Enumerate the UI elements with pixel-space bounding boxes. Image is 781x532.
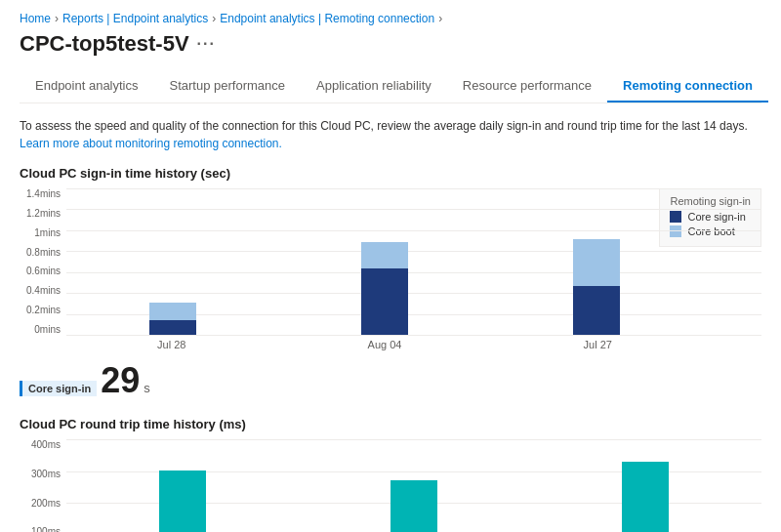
- tab-application-reliability[interactable]: Application reliability: [301, 70, 447, 102]
- stat-label: Core sign-in: [20, 381, 97, 396]
- breadcrumb-reports[interactable]: Reports | Endpoint analytics: [62, 12, 208, 25]
- breadcrumb-home[interactable]: Home: [20, 12, 51, 25]
- chart2-area: 400ms300ms200ms100ms0ms Jul 27Jul 28Aug …: [20, 439, 761, 532]
- breadcrumb: Home › Reports | Endpoint analytics › En…: [20, 12, 761, 25]
- bar-boot: [573, 239, 620, 286]
- chart2-body: Jul 27Jul 28Aug 04: [66, 439, 761, 532]
- bar-rtt: [390, 480, 437, 532]
- bar-group: [616, 439, 675, 532]
- chart1-x-labels: Jul 28Aug 04Jul 27: [66, 335, 761, 350]
- chart2-wrap: [66, 439, 761, 532]
- tab-startup-performance[interactable]: Startup performance: [154, 70, 302, 102]
- bar-rtt: [159, 471, 206, 532]
- y-label: 1.4mins: [26, 188, 61, 199]
- y-label: 300ms: [31, 469, 61, 479]
- bar-group: [153, 439, 212, 532]
- bar-boot: [149, 303, 196, 320]
- bar-group: [567, 239, 626, 335]
- chart1-area: 1.4mins1.2mins1mins0.8mins0.6mins0.4mins…: [20, 188, 761, 350]
- page-title-row: CPC-top5test-5V ···: [20, 31, 761, 57]
- tab-resource-performance[interactable]: Resource performance: [447, 70, 607, 102]
- chart2-title: Cloud PC round trip time history (ms): [20, 417, 761, 431]
- y-label: 1mins: [34, 227, 61, 238]
- more-options-button[interactable]: ···: [197, 35, 216, 53]
- bar-boot: [361, 242, 408, 268]
- stat-block: Core sign-in 29 s: [20, 360, 761, 401]
- description-text: To assess the speed and quality of the c…: [20, 117, 761, 152]
- bar-signin: [149, 320, 196, 335]
- bar-rtt: [622, 462, 669, 532]
- chart1-title: Cloud PC sign-in time history (sec): [20, 166, 761, 181]
- y-label: 0.2mins: [26, 305, 61, 315]
- y-label: 1.2mins: [26, 208, 61, 219]
- tab-work-from-anywhere[interactable]: Work From Anywhere: [768, 70, 781, 102]
- bar-signin: [361, 268, 408, 335]
- y-label: 0mins: [34, 324, 61, 335]
- tab-endpoint-analytics[interactable]: Endpoint analytics: [20, 70, 154, 102]
- x-label: Aug 04: [368, 339, 402, 350]
- bar-group: [144, 303, 202, 335]
- chart2-bars: [66, 439, 761, 532]
- x-label: Jul 27: [584, 339, 612, 350]
- page-title: CPC-top5test-5V: [20, 31, 189, 57]
- bar-group: [385, 439, 443, 532]
- chart1-container: 1.4mins1.2mins1mins0.8mins0.6mins0.4mins…: [20, 188, 761, 350]
- y-label: 0.8mins: [26, 247, 61, 258]
- tab-bar: Endpoint analyticsStartup performanceApp…: [20, 70, 761, 103]
- y-label: 100ms: [31, 526, 61, 532]
- chart1-wrap: Remoting sign-in Core sign-in Core boot: [66, 188, 761, 335]
- chart1-y-axis: 1.4mins1.2mins1mins0.8mins0.6mins0.4mins…: [20, 188, 66, 335]
- chart2-container: 400ms300ms200ms100ms0ms Jul 27Jul 28Aug …: [20, 439, 761, 532]
- x-label: Jul 28: [157, 339, 185, 350]
- y-label: 400ms: [31, 439, 61, 450]
- chart1-bars: [66, 188, 761, 335]
- stat-unit: s: [144, 381, 150, 395]
- stat-value: 29: [101, 360, 140, 401]
- breadcrumb-remoting[interactable]: Endpoint analytics | Remoting connection: [220, 12, 434, 25]
- chart1-body: Remoting sign-in Core sign-in Core boot: [66, 188, 761, 350]
- bar-group: [355, 242, 414, 335]
- chart2-y-axis: 400ms300ms200ms100ms0ms: [20, 439, 66, 532]
- y-label: 200ms: [31, 498, 61, 509]
- y-label: 0.4mins: [26, 285, 61, 296]
- bar-signin: [573, 286, 620, 335]
- y-label: 0.6mins: [26, 266, 61, 276]
- tab-remoting-connection[interactable]: Remoting connection: [607, 70, 768, 102]
- learn-more-link[interactable]: Learn more about monitoring remoting con…: [20, 137, 282, 150]
